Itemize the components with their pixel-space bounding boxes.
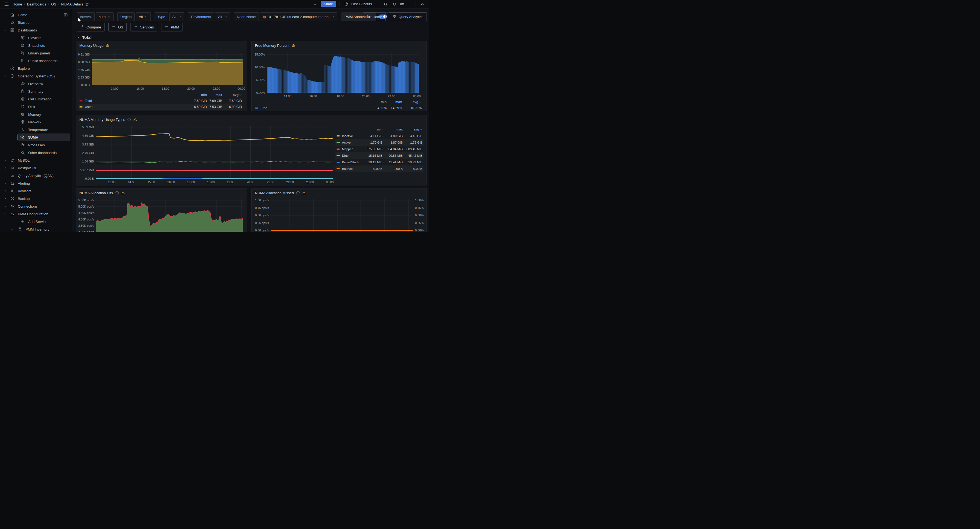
- legend-label-inactive[interactable]: Inactive: [337, 134, 362, 138]
- sidebar-item-pmm-configuration[interactable]: PMM Configuration: [0, 210, 72, 218]
- panel-header-numa-allocation-missed[interactable]: NUMA Allocation Missed: [252, 190, 426, 195]
- chart-free-memory-percent[interactable]: [267, 53, 419, 93]
- sidebar-item-pmm-inventory[interactable]: PMM Inventory: [0, 226, 72, 232]
- legend-sort-max[interactable]: max: [382, 128, 403, 131]
- sidebar-item-processes[interactable]: Processes: [0, 141, 72, 149]
- breadcrumb-item-numa-details[interactable]: NUMA Details: [61, 2, 83, 6]
- legend-sort-max[interactable]: max: [387, 100, 402, 104]
- sidebar-item-alerting[interactable]: Alerting: [0, 180, 72, 187]
- series-color-swatch: [80, 106, 83, 108]
- sidebar-item-connections[interactable]: Connections: [0, 202, 72, 210]
- info-circle-icon[interactable]: [127, 118, 131, 121]
- hamburger-menu-icon[interactable]: [3, 1, 10, 7]
- warning-triangle-icon[interactable]: [292, 43, 296, 47]
- warning-triangle-icon[interactable]: [302, 191, 306, 195]
- filter-label-interval[interactable]: Interval: [77, 12, 95, 21]
- legend-label-active[interactable]: Active: [337, 141, 362, 144]
- legend-label-used[interactable]: Used: [80, 105, 190, 109]
- legend-sort-min[interactable]: min: [362, 128, 382, 131]
- home-dashboard-button[interactable]: Home: [363, 12, 386, 21]
- legend-label-dirty[interactable]: Dirty: [337, 154, 362, 157]
- legend-label-bounce[interactable]: Bounce: [337, 167, 362, 170]
- services-menu-button[interactable]: Services: [130, 23, 158, 32]
- chart-numa-memory-usage-types[interactable]: [96, 125, 332, 179]
- sidebar-item-temperature[interactable]: Temperature: [0, 126, 72, 133]
- panel-header-numa-memory-usage-types[interactable]: NUMA Memory Usage Types: [76, 117, 426, 122]
- sidebar-item-advisors[interactable]: Advisors: [0, 187, 72, 195]
- legend-sort-avg[interactable]: avg: [403, 128, 422, 131]
- filter-value-node-name[interactable]: ip-10-178-1-40.us-east-2.compute.interna…: [260, 12, 337, 21]
- x-axis-tick: 20:00: [358, 94, 374, 98]
- os-menu-button[interactable]: OS: [108, 23, 127, 32]
- legend-sort-avg[interactable]: avg: [402, 100, 422, 104]
- legend-label-total[interactable]: Total: [80, 99, 190, 103]
- legend-sort-avg[interactable]: avg: [222, 93, 242, 97]
- sidebar-item-dashboards[interactable]: Dashboards: [0, 26, 72, 34]
- sidebar-item-library-panels[interactable]: Library panels: [0, 49, 72, 57]
- legend-sort-max[interactable]: max: [207, 93, 222, 97]
- panel-header-memory-usage[interactable]: Memory Usage: [76, 43, 247, 48]
- filter-label-environment[interactable]: Environment: [188, 12, 214, 21]
- bell-icon: [10, 181, 15, 186]
- share-button[interactable]: Share: [321, 1, 336, 7]
- legend-sort-min[interactable]: min: [370, 100, 387, 104]
- panel-header-free-memory-percent[interactable]: Free Memory Percent: [252, 43, 426, 48]
- sidebar-item-snapshots[interactable]: Snapshots: [0, 41, 72, 49]
- sidebar-item-disk[interactable]: Disk: [0, 103, 72, 111]
- sidebar-collapse-icon[interactable]: [64, 13, 68, 17]
- query-analytics-button[interactable]: Query Analytics: [389, 12, 427, 21]
- filter-label-node-name[interactable]: Node Name: [234, 12, 259, 21]
- filter-value-environment[interactable]: All: [215, 12, 230, 21]
- filter-value-type[interactable]: All: [169, 12, 184, 21]
- filter-label-type[interactable]: Type: [154, 12, 168, 21]
- sidebar-item-public-dashboards[interactable]: Public dashboards: [0, 57, 72, 65]
- breadcrumb-item-home[interactable]: Home: [13, 2, 22, 6]
- legend-label-kernelstack[interactable]: KernelStack: [337, 160, 362, 164]
- sidebar-item-query-analytics-qan[interactable]: Query Analytics (QAN): [0, 172, 72, 180]
- breadcrumb-item-os[interactable]: OS: [51, 2, 56, 6]
- refresh-picker[interactable]: 1m: [391, 1, 412, 7]
- sidebar-item-cpu-utilization[interactable]: CPU utilization: [0, 95, 72, 103]
- time-range-picker[interactable]: Last 12 hours: [343, 1, 380, 7]
- pmm-menu-button[interactable]: PMM: [161, 23, 183, 32]
- compare-button[interactable]: Compare: [77, 23, 105, 32]
- legend-label-mapped[interactable]: Mapped: [337, 148, 362, 151]
- sidebar-item-numa[interactable]: NUMA: [18, 133, 70, 141]
- sidebar-item-postgresql[interactable]: PostgreSQL: [0, 164, 72, 172]
- chart-memory-usage[interactable]: [92, 53, 243, 85]
- sidebar-item-starred[interactable]: Starred: [0, 19, 72, 26]
- warning-triangle-icon[interactable]: [133, 118, 137, 121]
- panel-header-numa-allocation-hits[interactable]: NUMA Allocation Hits: [76, 190, 247, 195]
- filter-label-region[interactable]: Region: [118, 12, 135, 21]
- sidebar-item-operating-system-os[interactable]: Operating System (OS): [0, 72, 72, 80]
- section-row-total[interactable]: Total: [77, 35, 427, 40]
- info-circle-icon[interactable]: [296, 191, 300, 195]
- chart-numa-allocation-missed[interactable]: [271, 199, 413, 232]
- warning-triangle-icon[interactable]: [106, 43, 110, 47]
- sidebar-item-memory[interactable]: Memory: [0, 111, 72, 118]
- info-circle-icon[interactable]: [115, 191, 119, 195]
- breadcrumb-item-dashboards[interactable]: Dashboards: [27, 2, 46, 6]
- zoom-out-icon[interactable]: [382, 1, 389, 7]
- dashboard-settings-gear-icon[interactable]: [312, 1, 318, 7]
- filter-value-region[interactable]: All: [136, 12, 151, 21]
- divider: [339, 2, 340, 6]
- sidebar-item-playlists[interactable]: Playlists: [0, 34, 72, 41]
- sidebar-item-network[interactable]: Network: [0, 118, 72, 126]
- refresh-icon: [391, 1, 398, 7]
- legend-label-free[interactable]: Free: [255, 106, 370, 110]
- star-favorite-icon[interactable]: [84, 1, 91, 7]
- sidebar-item-backup[interactable]: Backup: [0, 195, 72, 202]
- sidebar-item-explore[interactable]: Explore: [0, 65, 72, 72]
- sidebar-item-overview[interactable]: Overview: [0, 80, 72, 87]
- sidebar-item-other-dashboards[interactable]: Other dashboards: [0, 149, 72, 156]
- filter-value-interval[interactable]: auto: [96, 12, 113, 21]
- chevron-up-icon[interactable]: [419, 1, 426, 7]
- sidebar-item-mysql[interactable]: MySQL: [0, 156, 72, 164]
- sidebar-item-home[interactable]: Home: [0, 11, 72, 19]
- sidebar-item-summary[interactable]: Summary: [0, 87, 72, 95]
- warning-triangle-icon[interactable]: [121, 191, 125, 195]
- sidebar-item-add-service[interactable]: Add Service: [0, 218, 72, 226]
- chart-numa-allocation-hits[interactable]: [96, 199, 243, 232]
- legend-sort-min[interactable]: min: [190, 93, 207, 97]
